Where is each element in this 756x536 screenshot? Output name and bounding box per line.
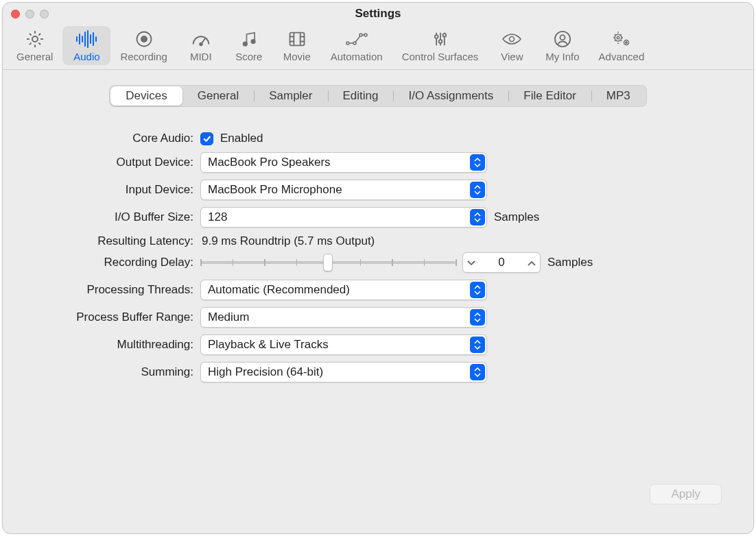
apply-button[interactable]: Apply bbox=[650, 484, 722, 504]
audio-subtabs: Devices General Sampler Editing I/O Assi… bbox=[109, 85, 647, 107]
processing-threads-label: Processing Threads: bbox=[45, 283, 193, 297]
processing-threads-value: Automatic (Recommended) bbox=[208, 283, 350, 297]
stepper-up-icon[interactable] bbox=[528, 256, 536, 269]
film-icon bbox=[285, 29, 309, 49]
toolbar-item-midi[interactable]: MIDI bbox=[177, 26, 225, 65]
automation-icon bbox=[345, 29, 368, 49]
io-buffer-size-value: 128 bbox=[208, 210, 227, 224]
multithreading-label: Multithreading: bbox=[45, 338, 193, 352]
output-device-label: Output Device: bbox=[45, 156, 193, 169]
gauge-icon bbox=[189, 29, 213, 49]
svg-point-32 bbox=[510, 37, 515, 42]
core-audio-checkbox[interactable] bbox=[200, 132, 213, 145]
select-arrows-icon bbox=[470, 337, 485, 353]
input-device-value: MacBook Pro Microphone bbox=[208, 183, 342, 197]
toolbar-label: Advanced bbox=[599, 51, 645, 62]
svg-point-23 bbox=[353, 42, 356, 45]
devices-panel: Core Audio: Enabled Output Device: MacBo… bbox=[18, 100, 738, 518]
summing-value: High Precision (64-bit) bbox=[208, 365, 323, 379]
svg-point-22 bbox=[346, 42, 349, 45]
io-buffer-size-label: I/O Buffer Size: bbox=[45, 210, 193, 224]
toolbar-item-audio[interactable]: Audio bbox=[62, 26, 110, 65]
toolbar-item-score[interactable]: Score bbox=[225, 26, 273, 65]
samples-suffix: Samples bbox=[547, 256, 593, 269]
toolbar-label: View bbox=[501, 51, 523, 62]
subtab-editing[interactable]: Editing bbox=[328, 86, 394, 106]
toolbar-label: Movie bbox=[283, 51, 311, 62]
toolbar-item-my-info[interactable]: My Info bbox=[536, 26, 589, 65]
multithreading-select[interactable]: Playback & Live Tracks bbox=[200, 334, 487, 355]
select-arrows-icon bbox=[470, 364, 485, 380]
svg-point-34 bbox=[560, 35, 565, 40]
select-arrows-icon bbox=[470, 154, 485, 171]
toolbar-label: Audio bbox=[73, 51, 99, 62]
sliders-icon bbox=[429, 29, 452, 49]
core-audio-label: Core Audio: bbox=[45, 132, 193, 145]
svg-point-13 bbox=[243, 42, 247, 46]
toolbar-label: Recording bbox=[120, 51, 167, 62]
subtab-devices[interactable]: Devices bbox=[110, 86, 182, 106]
gear-icon bbox=[23, 29, 47, 49]
toolbar-label: Score bbox=[235, 51, 262, 62]
svg-point-29 bbox=[434, 35, 438, 38]
io-buffer-size-select[interactable]: 128 bbox=[200, 207, 487, 228]
subtab-general[interactable]: General bbox=[182, 86, 254, 106]
gears-icon bbox=[610, 29, 633, 49]
recording-delay-label: Recording Delay: bbox=[45, 256, 193, 269]
subtab-sampler[interactable]: Sampler bbox=[254, 86, 327, 106]
toolbar-item-movie[interactable]: Movie bbox=[273, 26, 321, 65]
notes-icon bbox=[237, 29, 261, 49]
output-device-value: MacBook Pro Speakers bbox=[208, 156, 331, 169]
process-buffer-range-select[interactable]: Medium bbox=[200, 307, 487, 328]
subtab-io-assignments[interactable]: I/O Assignments bbox=[393, 86, 508, 106]
eye-icon bbox=[500, 29, 523, 49]
subtab-file-editor[interactable]: File Editor bbox=[508, 86, 591, 106]
resulting-latency-value: 9.9 ms Roundtrip (5.7 ms Output) bbox=[200, 234, 375, 248]
input-device-label: Input Device: bbox=[45, 183, 193, 197]
record-icon bbox=[132, 29, 156, 49]
multithreading-value: Playback & Live Tracks bbox=[208, 338, 329, 352]
process-buffer-range-value: Medium bbox=[208, 310, 249, 324]
svg-point-10 bbox=[141, 36, 146, 42]
content-area: Devices General Sampler Editing I/O Assi… bbox=[3, 70, 753, 533]
processing-threads-select[interactable]: Automatic (Recommended) bbox=[200, 280, 487, 300]
window-title: Settings bbox=[3, 7, 753, 21]
subtab-mp3[interactable]: MP3 bbox=[591, 86, 646, 106]
toolbar-label: General bbox=[16, 51, 53, 62]
svg-point-36 bbox=[617, 36, 619, 39]
toolbar-label: Automation bbox=[331, 51, 383, 62]
toolbar-item-general[interactable]: General bbox=[7, 26, 62, 65]
select-arrows-icon bbox=[470, 309, 485, 326]
toolbar-item-automation[interactable]: Automation bbox=[321, 26, 392, 65]
svg-point-14 bbox=[251, 40, 255, 44]
toolbar-label: Control Surfaces bbox=[402, 51, 479, 62]
svg-point-35 bbox=[615, 34, 622, 41]
stepper-down-icon[interactable] bbox=[467, 256, 475, 269]
output-device-select[interactable]: MacBook Pro Speakers bbox=[200, 152, 487, 173]
resulting-latency-label: Resulting Latency: bbox=[45, 234, 193, 248]
process-buffer-range-label: Process Buffer Range: bbox=[45, 310, 193, 324]
svg-point-37 bbox=[624, 40, 628, 45]
svg-rect-15 bbox=[290, 33, 304, 46]
person-icon bbox=[551, 29, 574, 49]
toolbar-label: MIDI bbox=[190, 51, 212, 62]
svg-point-12 bbox=[200, 43, 202, 46]
toolbar-item-recording[interactable]: Recording bbox=[110, 26, 176, 65]
core-audio-enabled-label: Enabled bbox=[220, 132, 263, 145]
svg-point-24 bbox=[359, 34, 362, 36]
titlebar: Settings bbox=[3, 3, 753, 25]
samples-suffix: Samples bbox=[494, 210, 539, 224]
summing-select[interactable]: High Precision (64-bit) bbox=[200, 362, 487, 382]
svg-point-25 bbox=[364, 34, 367, 36]
waveform-icon bbox=[75, 29, 98, 49]
recording-delay-stepper[interactable]: 0 bbox=[462, 252, 541, 273]
svg-point-30 bbox=[438, 40, 442, 43]
toolbar-item-view[interactable]: View bbox=[488, 26, 536, 65]
input-device-select[interactable]: MacBook Pro Microphone bbox=[200, 180, 487, 200]
toolbar-item-advanced[interactable]: Advanced bbox=[589, 26, 654, 65]
settings-window: Settings General bbox=[2, 2, 754, 534]
select-arrows-icon bbox=[470, 209, 485, 226]
toolbar-item-control-surfaces[interactable]: Control Surfaces bbox=[392, 26, 488, 65]
recording-delay-slider[interactable] bbox=[200, 254, 456, 271]
svg-point-31 bbox=[442, 34, 446, 37]
